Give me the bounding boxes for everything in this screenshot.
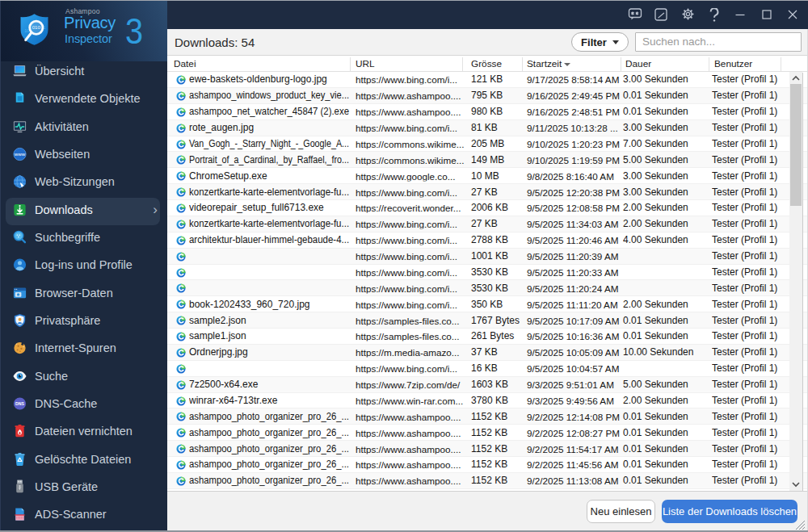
svg-text:10: 10	[24, 28, 29, 33]
svg-text:010: 010	[32, 25, 41, 31]
svg-text:DNS: DNS	[15, 401, 24, 406]
svg-text:www: www	[14, 151, 26, 157]
